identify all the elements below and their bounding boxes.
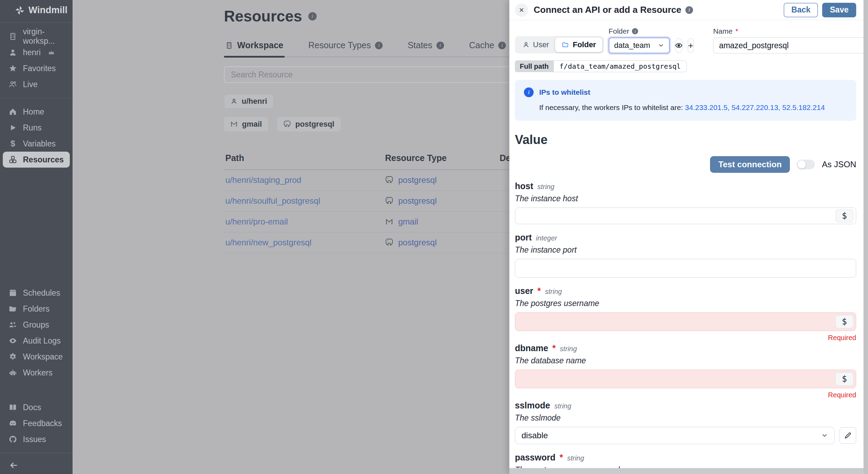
required-star: * xyxy=(735,27,738,35)
name-input[interactable] xyxy=(713,37,868,53)
resource-type-link[interactable]: postgresql xyxy=(385,196,497,206)
required-note: Required xyxy=(515,334,856,342)
table-row[interactable]: u/henri/pro-email gmail xyxy=(224,211,509,232)
test-connection-button[interactable]: Test connection xyxy=(710,156,790,173)
chevron-down-icon xyxy=(658,42,664,49)
resource-type-link[interactable]: postgresql xyxy=(385,238,497,247)
insert-variable-button[interactable]: $ xyxy=(835,209,853,222)
folder-select[interactable]: data_team xyxy=(609,37,670,53)
field-name: password xyxy=(515,452,556,463)
sidebar-item-resources[interactable]: Resources xyxy=(3,152,70,168)
field-description: The instance port xyxy=(515,245,856,255)
info-icon: i xyxy=(524,87,534,97)
schedules-label: Schedules xyxy=(23,288,60,298)
type-filter-label: gmail xyxy=(242,120,262,129)
search-input[interactable] xyxy=(231,70,509,79)
sslmode-select[interactable]: disable xyxy=(515,427,835,444)
workers-label: Workers xyxy=(23,368,52,378)
host-input[interactable] xyxy=(515,208,856,224)
field-sslmode: sslmode string The sslmode disable xyxy=(515,400,856,444)
divider xyxy=(0,98,73,98)
field-description: The postgres username xyxy=(515,299,856,308)
close-drawer-button[interactable]: × xyxy=(515,3,528,17)
required-star: * xyxy=(552,343,556,353)
sidebar-item-home[interactable]: Home xyxy=(3,104,70,120)
postgresql-icon xyxy=(385,196,393,205)
vertical-scrollbar[interactable] xyxy=(863,0,868,474)
sidebar-item-folders[interactable]: Folders xyxy=(3,301,70,317)
sidebar-item-audit-logs[interactable]: Audit Logs xyxy=(3,333,70,349)
as-json-toggle[interactable] xyxy=(797,160,815,169)
sidebar-item-docs[interactable]: Docs xyxy=(3,399,70,415)
full-path-value: f/data_team/amazed_postgresql xyxy=(553,60,686,72)
resource-type-link[interactable]: postgresql xyxy=(385,175,497,185)
sidebar-item-feedbacks[interactable]: Feedbacks xyxy=(3,415,70,431)
person-icon xyxy=(8,48,17,57)
tab-info-icon: i xyxy=(436,42,444,49)
sidebar-item-groups[interactable]: Groups xyxy=(3,317,70,333)
folder-info-icon: i xyxy=(632,28,638,34)
column-header-type: Resource Type xyxy=(384,150,498,170)
collapse-sidebar-button[interactable] xyxy=(0,455,73,470)
table-row[interactable]: u/henri/new_postgresql postgresql xyxy=(224,232,509,253)
save-button[interactable]: Save xyxy=(822,3,856,17)
view-folder-button[interactable] xyxy=(675,38,683,53)
resource-path-link[interactable]: u/henri/pro-email xyxy=(225,217,288,226)
insert-variable-button[interactable]: $ xyxy=(835,372,853,386)
sidebar-item-workspace-switcher[interactable]: virgin-worksp... xyxy=(3,28,70,44)
crown-icon xyxy=(48,50,55,55)
table-row[interactable]: u/henri/staging_prod postgresql xyxy=(224,170,509,191)
folders-label: Folders xyxy=(23,304,50,314)
sslmode-value: disable xyxy=(521,431,548,440)
resource-path-link[interactable]: u/henri/soulful_postgresql xyxy=(225,196,320,205)
type-filter-gmail[interactable]: gmail xyxy=(224,117,268,132)
pencil-icon xyxy=(844,432,852,439)
ips-list[interactable]: 34.233.201.5, 54.227.220.13, 52.5.182.21… xyxy=(685,103,825,111)
workspace-name: virgin-worksp... xyxy=(23,27,64,46)
owner-filter-chip[interactable]: u/henri xyxy=(224,94,274,109)
sidebar-item-variables[interactable]: $ Variables xyxy=(3,136,70,152)
boxes-icon xyxy=(8,155,17,164)
owner-kind-folder[interactable]: Folder xyxy=(555,37,602,52)
sidebar-item-runs[interactable]: Runs xyxy=(3,120,70,136)
sidebar-item-issues[interactable]: Issues xyxy=(3,431,70,447)
edit-sslmode-button[interactable] xyxy=(840,427,856,444)
field-type: string xyxy=(567,454,584,462)
sidebar-item-schedules[interactable]: Schedules xyxy=(3,285,70,301)
back-button[interactable]: Back xyxy=(784,3,818,17)
insert-variable-button[interactable]: $ xyxy=(835,315,853,328)
required-star: * xyxy=(560,452,563,463)
tab-states[interactable]: States i xyxy=(406,40,445,57)
drawer-title: Connect an API or add a Resource xyxy=(534,5,681,15)
page-info-icon[interactable]: i xyxy=(308,12,317,20)
add-folder-button[interactable]: + xyxy=(688,38,694,53)
folder-select-value: data_team xyxy=(614,41,650,50)
sidebar-item-user[interactable]: henri xyxy=(3,44,70,60)
type-filter-postgresql[interactable]: postgresql xyxy=(277,117,340,132)
sidebar-item-live[interactable]: Live xyxy=(3,76,70,92)
user-input[interactable] xyxy=(515,312,856,331)
resource-type-link[interactable]: gmail xyxy=(385,217,497,227)
field-host: host string The instance host $ xyxy=(515,181,856,224)
owner-kind-user[interactable]: User xyxy=(516,37,555,52)
port-input[interactable] xyxy=(515,259,856,278)
tab-cache[interactable]: Cache i xyxy=(468,40,507,57)
close-icon: × xyxy=(519,5,524,15)
sidebar-item-workers[interactable]: Workers xyxy=(3,365,70,381)
dbname-input[interactable] xyxy=(515,370,856,388)
as-json-label: As JSON xyxy=(822,160,856,169)
sidebar-item-workspace-settings[interactable]: Workspace xyxy=(3,349,70,365)
tab-workspace[interactable]: Workspace xyxy=(224,40,285,57)
field-name: dbname xyxy=(515,343,548,353)
eye-icon xyxy=(8,337,17,345)
horizontal-scrollbar[interactable] xyxy=(509,468,863,474)
feedbacks-label: Feedbacks xyxy=(23,419,62,428)
windmill-logo[interactable]: Windmill xyxy=(0,0,73,20)
table-row[interactable]: u/henri/soulful_postgresql postgresql xyxy=(224,191,509,211)
value-heading: Value xyxy=(515,133,856,147)
tab-resource-types[interactable]: Resource Types i xyxy=(307,40,384,57)
resource-path-link[interactable]: u/henri/staging_prod xyxy=(225,175,301,185)
sidebar-item-favorites[interactable]: Favorites xyxy=(3,60,70,76)
spacer xyxy=(0,171,73,281)
resource-path-link[interactable]: u/henri/new_postgresql xyxy=(225,238,311,247)
